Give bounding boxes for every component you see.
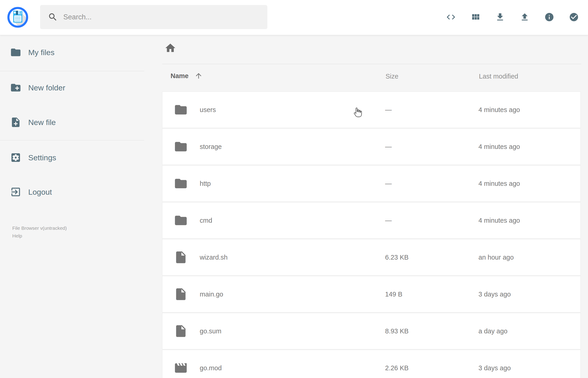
folder-icon — [174, 213, 188, 228]
folder-icon — [174, 103, 188, 117]
file-modified: 3 days ago — [479, 291, 511, 298]
sidebar: My files New folder New file Settings — [0, 35, 148, 378]
sidebar-divider — [0, 140, 144, 140]
file-modified: an hour ago — [479, 254, 514, 261]
file-name: users — [200, 106, 216, 114]
file-name: go.mod — [200, 364, 222, 372]
file-listing: users — 4 minutes ago storage — 4 minute… — [162, 92, 581, 378]
table-row[interactable]: go.mod 2.26 KB 3 days ago — [162, 350, 581, 378]
sidebar-item-label: New file — [28, 118, 56, 127]
table-row[interactable]: main.go 149 B 3 days ago — [162, 276, 581, 312]
movie-icon — [174, 361, 188, 375]
folder-icon — [174, 140, 188, 154]
sort-by-name[interactable]: Name — [171, 72, 203, 80]
download-button[interactable] — [493, 10, 507, 24]
sidebar-item-label: Logout — [28, 188, 52, 197]
file-size: — — [385, 180, 392, 188]
file-name: http — [200, 180, 211, 188]
folder-icon — [174, 176, 188, 190]
sidebar-item-label: My files — [28, 48, 54, 57]
app-logo-floppy-icon[interactable] — [7, 7, 28, 28]
upload-button[interactable] — [518, 10, 532, 24]
file-size: 6.23 KB — [385, 254, 409, 261]
file-name: storage — [200, 143, 222, 150]
upload-icon — [520, 12, 530, 22]
help-link[interactable]: Help — [12, 232, 67, 240]
app-version-text: File Browser v(untracked) — [12, 224, 67, 232]
file-modified: 3 days ago — [479, 364, 511, 372]
search-icon — [48, 12, 58, 22]
file-size: 2.26 KB — [385, 364, 409, 372]
file-icon — [174, 324, 188, 338]
file-name: main.go — [200, 291, 223, 298]
column-header-modified[interactable]: Last modified — [479, 73, 518, 80]
file-icon — [174, 250, 188, 264]
code-icon — [446, 12, 456, 22]
code-button[interactable] — [444, 10, 458, 24]
folder-icon — [10, 47, 21, 58]
file-modified: 4 minutes ago — [479, 106, 520, 114]
file-size: 149 B — [385, 291, 402, 298]
search-bar[interactable] — [40, 5, 267, 29]
sidebar-item-settings[interactable]: Settings — [10, 151, 56, 164]
table-row[interactable]: cmd — 4 minutes ago — [162, 202, 581, 239]
table-row[interactable]: users — 4 minutes ago — [162, 92, 581, 128]
info-icon — [544, 12, 554, 22]
file-name: go.sum — [200, 327, 221, 335]
file-size: — — [385, 217, 392, 224]
sidebar-item-my-files[interactable]: My files — [10, 46, 54, 59]
table-row[interactable]: wizard.sh 6.23 KB an hour ago — [162, 239, 581, 276]
grid-view-button[interactable] — [469, 10, 482, 24]
file-name: wizard.sh — [200, 254, 228, 261]
file-size: 8.93 KB — [385, 327, 409, 335]
select-multiple-button[interactable] — [567, 10, 581, 24]
table-row[interactable]: go.sum 8.93 KB a day ago — [162, 313, 581, 349]
settings-icon — [10, 152, 21, 163]
file-size: — — [385, 143, 392, 150]
file-modified: 4 minutes ago — [479, 143, 520, 150]
breadcrumb-divider — [162, 64, 581, 64]
file-modified: 4 minutes ago — [479, 180, 520, 188]
sidebar-item-label: New folder — [28, 83, 65, 92]
file-icon — [174, 287, 188, 301]
grid-view-icon — [470, 12, 481, 22]
info-button[interactable] — [542, 10, 556, 24]
column-header-name: Name — [171, 72, 188, 80]
sidebar-item-label: Settings — [28, 153, 56, 162]
search-input[interactable] — [63, 13, 255, 21]
column-header-size[interactable]: Size — [386, 73, 398, 80]
sidebar-divider — [0, 71, 144, 71]
new-file-icon — [10, 117, 21, 128]
sidebar-item-logout[interactable]: Logout — [10, 185, 52, 199]
file-modified: a day ago — [479, 327, 508, 335]
table-row[interactable]: http — 4 minutes ago — [162, 165, 581, 202]
sort-ascending-arrow-icon — [194, 72, 203, 80]
breadcrumb-home[interactable] — [164, 42, 176, 54]
sidebar-footer: File Browser v(untracked) Help — [12, 224, 67, 240]
top-bar — [0, 0, 588, 35]
toolbar-actions — [444, 10, 581, 24]
table-row[interactable]: storage — 4 minutes ago — [162, 128, 581, 165]
download-icon — [495, 12, 505, 22]
logout-icon — [10, 186, 21, 198]
home-icon — [164, 42, 176, 54]
sidebar-item-new-file[interactable]: New file — [10, 115, 56, 129]
file-modified: 4 minutes ago — [479, 217, 520, 224]
file-name: cmd — [200, 217, 212, 224]
new-folder-icon — [10, 82, 21, 93]
check-circle-icon — [569, 12, 579, 22]
file-size: — — [385, 106, 392, 114]
listing-header: Name Size Last modified — [162, 72, 581, 83]
file-browser-app: My files New folder New file Settings — [0, 0, 588, 378]
sidebar-item-new-folder[interactable]: New folder — [10, 81, 65, 94]
